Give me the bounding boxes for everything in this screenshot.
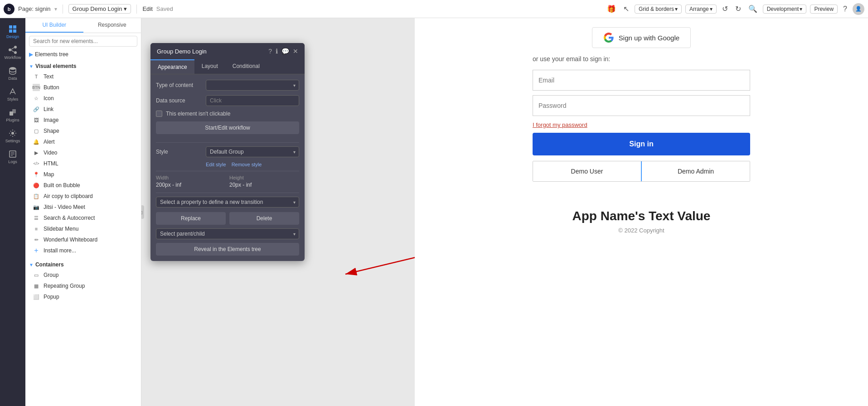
icon-strip: Design Workflow Data (0, 18, 25, 406)
group-dropdown-icon: ▾ (124, 5, 127, 12)
sidebar-item-workflow[interactable]: Workflow (1, 43, 24, 63)
replace-btn[interactable]: Replace (156, 212, 226, 225)
parent-child-select-wrap[interactable]: Select parent/child (156, 228, 299, 239)
element-image[interactable]: 🖼 Image (25, 115, 141, 126)
edit-style-link[interactable]: Edit style (206, 162, 226, 167)
type-of-content-select[interactable] (206, 80, 299, 91)
sidebar-item-data[interactable]: Data (1, 63, 24, 83)
element-jitsi[interactable]: 📷 Jitsi - Video Meet (25, 202, 141, 213)
arrange-btn[interactable]: Arrange ▾ (685, 5, 717, 14)
remove-style-link[interactable]: Remove style (232, 162, 262, 167)
sidebar-item-settings[interactable]: Settings (1, 126, 24, 146)
element-group[interactable]: ▭ Group (25, 270, 141, 280)
signin-btn[interactable]: Sign in (533, 133, 750, 155)
search-icon[interactable]: 🔍 (747, 4, 759, 14)
transition-select-wrap[interactable]: Select a property to define a new transi… (156, 197, 299, 208)
svg-rect-2 (9, 29, 12, 33)
tab-ui-builder[interactable]: UI Builder (25, 18, 83, 33)
user-avatar[interactable]: 👤 (853, 3, 864, 15)
icon-element-icon: ☆ (33, 95, 40, 102)
help-icon[interactable]: ? (841, 4, 849, 14)
element-video[interactable]: ▶ Video (25, 147, 141, 158)
login-form: or use your email to sign in: I forgot m… (533, 55, 750, 234)
element-air-copy[interactable]: 📋 Air copy to clipboard (25, 191, 141, 202)
element-text[interactable]: T Text (25, 71, 141, 82)
reveal-elements-tree-btn[interactable]: Reveal in the Elements tree (156, 243, 299, 256)
element-whiteboard[interactable]: ✏ Wonderful Whiteboard (25, 234, 141, 245)
edit-label[interactable]: Edit (142, 5, 152, 12)
elements-tree-toggle[interactable]: ▶ Elements tree (25, 49, 141, 59)
style-select[interactable]: Default Group (206, 146, 299, 157)
undo-icon[interactable]: ↺ (720, 4, 730, 14)
demo-user-btn[interactable]: Demo User (533, 161, 642, 181)
element-icon[interactable]: ☆ Icon (25, 93, 141, 104)
panel-collapse-btn[interactable]: ◁ (141, 205, 144, 219)
svg-point-4 (9, 48, 11, 51)
canvas-area: ◁ Group Demo Login ? ℹ 💬 ✕ Appearance La… (141, 18, 868, 406)
fp-info-icon[interactable]: ℹ (276, 48, 278, 55)
elements-tree-arrow: ▶ (29, 51, 33, 58)
sidebar-item-plugins[interactable]: Plugins (1, 105, 24, 125)
fp-close-icon[interactable]: ✕ (293, 48, 298, 55)
preview-btn[interactable]: Preview (810, 5, 838, 14)
app-logo: b (4, 4, 15, 14)
visual-elements-header[interactable]: ▼ Visual elements (25, 61, 141, 71)
style-dropdown[interactable]: Default Group (206, 146, 299, 157)
data-source-field[interactable]: Click (206, 95, 299, 106)
element-map[interactable]: 📍 Map (25, 169, 141, 180)
google-signin-btn[interactable]: Sign up with Google (592, 27, 691, 48)
start-edit-workflow-btn[interactable]: Start/Edit workflow (156, 121, 299, 134)
development-btn[interactable]: Development ▾ (763, 5, 807, 14)
fp-help-icon[interactable]: ? (268, 48, 272, 55)
page-dropdown-icon[interactable]: ▾ (54, 6, 57, 12)
redo-icon[interactable]: ↻ (733, 4, 743, 14)
fp-comment-icon[interactable]: 💬 (281, 48, 289, 55)
tab-responsive[interactable]: Responsive (83, 18, 141, 33)
height-label: Height (229, 175, 299, 180)
demo-admin-btn[interactable]: Demo Admin (642, 161, 750, 181)
element-shape[interactable]: ▢ Shape (25, 126, 141, 136)
svg-point-13 (11, 132, 14, 135)
fp-tab-conditional[interactable]: Conditional (225, 59, 267, 74)
sidebar-item-styles[interactable]: Styles (1, 84, 24, 104)
cursor-icon[interactable]: ↖ (621, 4, 631, 14)
sidebar-item-design[interactable]: Design (1, 22, 24, 42)
svg-rect-0 (9, 25, 12, 29)
transition-dropdown[interactable]: Select a property to define a new transi… (156, 197, 299, 208)
video-element-icon: ▶ (33, 149, 40, 156)
element-search-autocorrect[interactable]: ☰ Search & Autocorrect (25, 213, 141, 223)
dimensions-row: Width 200px - inf Height 20px - inf (156, 175, 299, 188)
element-slidebar[interactable]: ≡ Slidebar Menu (25, 223, 141, 234)
sidebar-item-logs[interactable]: Logs (1, 147, 24, 167)
data-icon (8, 66, 17, 75)
not-clickable-checkbox[interactable] (156, 111, 162, 117)
parent-child-dropdown[interactable]: Select parent/child (156, 228, 299, 239)
email-input[interactable] (533, 70, 750, 91)
element-link[interactable]: 🔗 Link (25, 104, 141, 115)
fp-tab-layout[interactable]: Layout (194, 59, 225, 74)
containers-header[interactable]: ▼ Containers (25, 260, 141, 270)
type-of-content-dropdown[interactable] (206, 80, 299, 91)
divider2 (136, 5, 137, 14)
type-of-content-label: Type of content (156, 82, 206, 88)
gift-icon[interactable]: 🎁 (605, 4, 618, 14)
divider-1 (156, 142, 299, 143)
workflow-icon (8, 45, 17, 54)
search-input[interactable] (29, 36, 137, 47)
forgot-password-link[interactable]: I forgot my password (533, 121, 587, 128)
group-name-breadcrumb[interactable]: Group Demo Login ▾ (68, 4, 131, 14)
collapse-chevron-icon: ◁ (141, 210, 142, 215)
password-input[interactable] (533, 95, 750, 116)
element-alert[interactable]: 🔔 Alert (25, 136, 141, 147)
element-button[interactable]: BTN Button (25, 82, 141, 93)
install-more-btn[interactable]: + Install more... (25, 245, 141, 256)
delete-btn[interactable]: Delete (229, 212, 299, 225)
main-area: Design Workflow Data (0, 18, 868, 406)
element-html[interactable]: </> HTML (25, 158, 141, 169)
element-built-on-bubble[interactable]: 🔴 Built on Bubble (25, 180, 141, 191)
grid-borders-btn[interactable]: Grid & borders ▾ (635, 5, 682, 14)
element-repeating-group[interactable]: ▦ Repeating Group (25, 280, 141, 291)
fp-tab-appearance[interactable]: Appearance (150, 59, 194, 74)
element-popup[interactable]: ⬜ Popup (25, 291, 141, 302)
logs-icon (8, 150, 17, 159)
